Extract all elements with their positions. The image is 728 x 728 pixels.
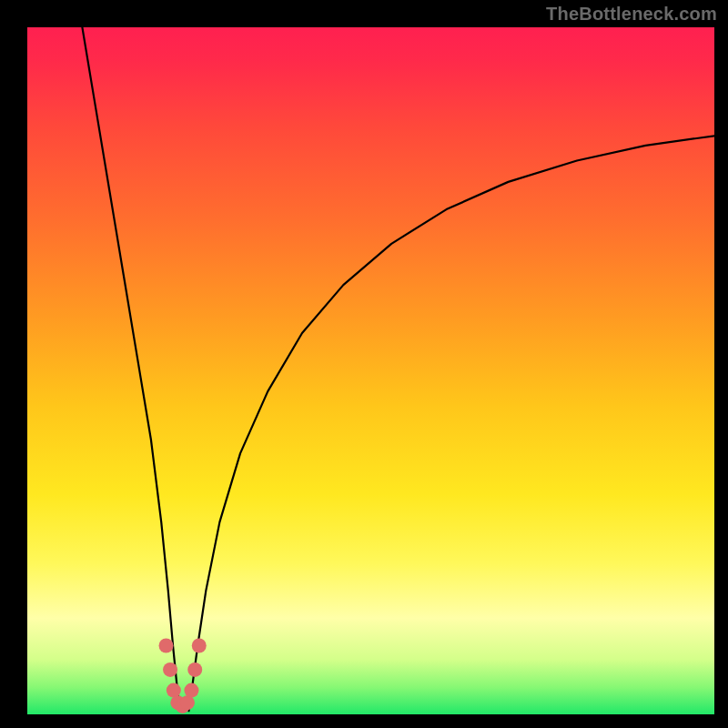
marker-dot xyxy=(163,662,177,677)
plot-area xyxy=(27,27,714,714)
gradient-background xyxy=(27,27,714,714)
marker-dot xyxy=(192,639,207,653)
chart-frame: TheBottleneck.com xyxy=(0,0,728,728)
chart-canvas xyxy=(27,27,714,714)
marker-dot xyxy=(187,662,202,677)
marker-dot xyxy=(159,639,174,653)
marker-dot xyxy=(184,683,198,698)
marker-dot xyxy=(167,683,181,698)
marker-dot xyxy=(180,695,195,710)
watermark-label: TheBottleneck.com xyxy=(546,4,717,25)
